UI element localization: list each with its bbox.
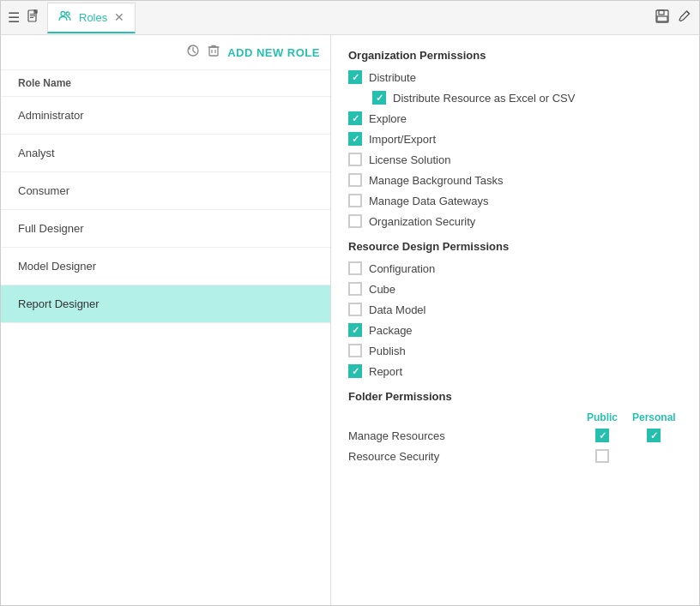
tab-close-icon[interactable]: ✕ <box>114 10 124 24</box>
checkbox-manage-background-tasks[interactable] <box>348 173 362 187</box>
perm-distribute-excel-csv: Distribute Resource as Excel or CSV <box>372 91 682 105</box>
folder-manage-resources-public-cell <box>581 429 624 442</box>
titlebar: ☰ Roles ✕ <box>1 1 699 35</box>
folder-perm-manage-resources: Manage Resources <box>348 429 682 442</box>
folder-col-public-label: Public <box>581 411 624 423</box>
folder-resource-security-personal-cell <box>632 449 675 463</box>
edit-icon[interactable] <box>677 9 692 27</box>
left-panel: ADD NEW ROLE Role Name Administrator Ana… <box>1 35 331 605</box>
perm-configuration: Configuration <box>348 261 682 275</box>
role-item-consumer[interactable]: Consumer <box>1 172 330 210</box>
resource-design-title: Resource Design Permissions <box>348 240 682 253</box>
folder-col-labels: Public Personal <box>581 411 675 423</box>
left-toolbar: ADD NEW ROLE <box>1 35 330 70</box>
add-new-role-button[interactable]: ADD NEW ROLE <box>227 46 320 59</box>
svg-point-6 <box>66 12 69 15</box>
role-item-model-designer[interactable]: Model Designer <box>1 248 330 285</box>
menu-icon[interactable]: ☰ <box>8 9 20 26</box>
checkbox-import-export[interactable] <box>348 132 362 146</box>
checkbox-organization-security[interactable] <box>348 214 362 228</box>
role-item-report-designer[interactable]: Report Designer <box>1 285 330 323</box>
main-content: ADD NEW ROLE Role Name Administrator Ana… <box>1 35 699 605</box>
perm-organization-security: Organization Security <box>348 214 682 228</box>
perm-import-export: Import/Export <box>348 132 682 146</box>
history-icon[interactable] <box>186 44 200 61</box>
perm-distribute: Distribute <box>348 70 682 84</box>
checkbox-cube[interactable] <box>348 282 362 296</box>
folder-manage-resources-checkboxes <box>581 429 675 442</box>
checkbox-distribute-excel-csv[interactable] <box>372 91 386 105</box>
folder-manage-resources-label: Manage Resources <box>348 429 581 442</box>
checkbox-data-model[interactable] <box>348 303 362 316</box>
checkbox-configuration[interactable] <box>348 261 362 275</box>
checkbox-license-solution[interactable] <box>348 153 362 166</box>
roles-tab[interactable]: Roles ✕ <box>47 3 136 33</box>
file-icon <box>27 9 40 27</box>
checkbox-explore[interactable] <box>348 111 362 125</box>
checkbox-manage-resources-public[interactable] <box>595 429 609 442</box>
folder-permissions-title: Folder Permissions <box>348 390 682 403</box>
perm-manage-data-gateways: Manage Data Gateways <box>348 194 682 207</box>
perm-manage-background-tasks: Manage Background Tasks <box>348 173 682 187</box>
svg-rect-9 <box>657 16 667 21</box>
checkbox-report[interactable] <box>348 364 362 378</box>
perm-license-solution: License Solution <box>348 153 682 166</box>
folder-header-row: Public Personal <box>348 411 682 423</box>
org-permissions-title: Organization Permissions <box>348 49 682 62</box>
perm-publish: Publish <box>348 344 682 357</box>
checkbox-package[interactable] <box>348 323 362 337</box>
role-item-analyst[interactable]: Analyst <box>1 135 330 172</box>
role-item-administrator[interactable]: Administrator <box>1 97 330 135</box>
perm-data-model: Data Model <box>348 303 682 316</box>
main-window: ☰ Roles ✕ <box>0 0 700 606</box>
delete-icon[interactable] <box>207 44 220 61</box>
folder-manage-resources-personal-cell <box>632 429 675 442</box>
perm-report: Report <box>348 364 682 378</box>
save-icon[interactable] <box>655 9 670 27</box>
folder-perm-resource-security: Resource Security <box>348 449 682 463</box>
right-panel: Organization Permissions Distribute Dist… <box>331 35 699 605</box>
svg-rect-8 <box>659 10 664 15</box>
folder-resource-security-label: Resource Security <box>348 450 581 463</box>
checkbox-resource-security-public[interactable] <box>595 449 609 463</box>
checkbox-manage-resources-personal[interactable] <box>647 429 661 442</box>
folder-resource-security-public-cell <box>581 449 624 463</box>
tab-label: Roles <box>79 11 107 24</box>
perm-cube: Cube <box>348 282 682 296</box>
checkbox-publish[interactable] <box>348 344 362 357</box>
checkbox-manage-data-gateways[interactable] <box>348 194 362 207</box>
role-item-full-designer[interactable]: Full Designer <box>1 210 330 248</box>
titlebar-actions <box>655 9 692 27</box>
perm-package: Package <box>348 323 682 337</box>
svg-rect-11 <box>209 47 218 56</box>
role-list-header: Role Name <box>1 70 330 97</box>
checkbox-distribute[interactable] <box>348 70 362 84</box>
perm-explore: Explore <box>348 111 682 125</box>
tab-users-icon <box>58 9 72 26</box>
svg-point-5 <box>61 11 65 15</box>
folder-col-personal-label: Personal <box>632 411 675 423</box>
folder-resource-security-checkboxes <box>581 449 675 463</box>
